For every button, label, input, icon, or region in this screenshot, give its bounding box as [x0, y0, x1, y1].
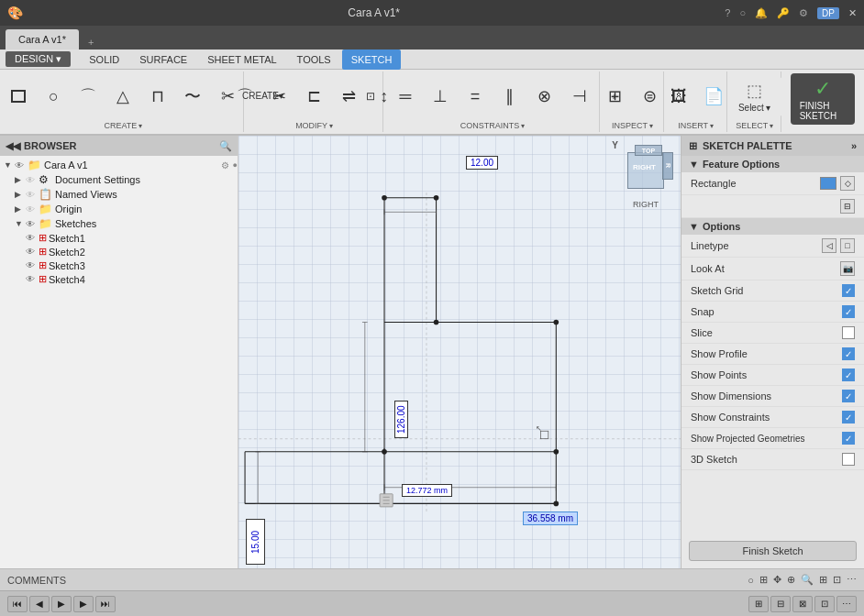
view-btn-2[interactable]: ⊟ — [770, 596, 791, 612]
expand-arrow[interactable]: ▼ — [15, 219, 26, 228]
tab-sheet-metal[interactable]: SHEET METAL — [198, 50, 285, 70]
tree-item-named-views[interactable]: ▶ 👁 📋 Named Views — [0, 187, 238, 202]
status-move-icon[interactable]: ✥ — [773, 574, 781, 586]
show-constraints-checkbox[interactable]: ✓ — [842, 411, 855, 424]
status-scale-icon[interactable]: ⊕ — [787, 574, 795, 586]
show-profile-checkbox[interactable]: ✓ — [842, 347, 855, 360]
visibility-eye[interactable]: 👁 — [26, 190, 39, 200]
settings-gear-icon[interactable]: ⚙ — [221, 160, 229, 170]
nav-last-btn[interactable]: ⏭ — [95, 596, 116, 612]
status-dots-icon[interactable]: ⋯ — [847, 574, 857, 586]
nav-prev-btn[interactable]: ◀ — [29, 596, 50, 612]
expand-arrow[interactable]: ▼ — [4, 160, 15, 170]
arc-tool[interactable]: ⌒ — [72, 76, 105, 116]
visibility-eye[interactable]: 👁 — [26, 219, 39, 229]
fix-constraint[interactable]: ⊗ — [528, 76, 561, 116]
spline-tool[interactable]: 〜 — [176, 76, 209, 116]
collinear-constraint[interactable]: ═ — [389, 76, 422, 116]
rect-option-btn[interactable]: ⊟ — [840, 199, 855, 214]
tree-item-doc-settings[interactable]: ▶ 👁 ⚙ Document Settings — [0, 172, 238, 187]
view-cube[interactable]: TOP R RIGHT RIGHT — [618, 143, 673, 207]
view-btn-5[interactable]: ⋯ — [836, 596, 857, 612]
polygon-tool[interactable]: △ — [106, 76, 139, 116]
design-dropdown[interactable]: DESIGN ▾ — [6, 51, 71, 67]
status-search-icon[interactable]: 🔍 — [801, 574, 814, 586]
visibility-eye[interactable]: 👁 — [26, 260, 39, 270]
nav-play-btn[interactable]: ▶ — [51, 596, 72, 612]
visibility-eye[interactable]: 👁 — [26, 247, 39, 257]
notifications-btn[interactable]: 🔔 — [755, 7, 768, 19]
linetype-btn1[interactable]: ◁ — [822, 238, 836, 253]
view-btn-1[interactable]: ⊞ — [748, 596, 769, 612]
item-options-icon[interactable]: ● — [233, 160, 238, 170]
fillet-tool[interactable]: ⌒ — [228, 76, 261, 116]
measure-tool[interactable]: ⊞ — [599, 76, 632, 116]
insert-image-tool[interactable]: 🖼 — [662, 76, 695, 116]
options-header[interactable]: ▼ Options — [681, 218, 864, 235]
nav-next-btn[interactable]: ▶ — [73, 596, 94, 612]
view-btn-4[interactable]: ⊡ — [814, 596, 835, 612]
expand-arrow[interactable]: ▶ — [15, 204, 26, 214]
visibility-eye[interactable]: 👁 — [26, 274, 39, 284]
visibility-eye[interactable]: 👁 — [15, 160, 28, 170]
tree-item-sketches[interactable]: ▼ 👁 📁 Sketches — [0, 216, 238, 231]
select-button[interactable]: ⬚ Select ▾ — [727, 77, 782, 116]
trim-tool[interactable]: ✂ — [263, 76, 296, 116]
expand-arrow[interactable]: ▶ — [15, 175, 26, 184]
rect-tool[interactable] — [2, 76, 35, 116]
linetype-btn2[interactable]: □ — [840, 238, 855, 253]
snap-checkbox[interactable]: ✓ — [842, 305, 855, 318]
help-btn[interactable]: ? — [725, 7, 730, 18]
coincident-constraint[interactable]: ⊡ — [354, 76, 387, 116]
status-grid-icon[interactable]: ⊞ — [819, 574, 827, 586]
status-nav-icon[interactable]: ⊞ — [759, 574, 768, 586]
rectangle-style-btn[interactable]: ◇ — [840, 176, 855, 191]
tangent-constraint[interactable]: ⊥ — [424, 76, 457, 116]
view-btn-3[interactable]: ⊠ — [792, 596, 813, 612]
tree-item-sketch2[interactable]: 👁 ⊞ Sketch2 — [0, 245, 238, 258]
show-points-checkbox[interactable]: ✓ — [842, 368, 855, 381]
browser-search-icon[interactable]: 🔍 — [219, 140, 232, 152]
finish-sketch-bottom-button[interactable]: Finish Sketch — [689, 541, 857, 561]
tree-item-sketch3[interactable]: 👁 ⊞ Sketch3 — [0, 258, 238, 272]
feature-options-header[interactable]: ▼ Feature Options — [681, 156, 864, 172]
status-view-icon[interactable]: ⊡ — [833, 574, 841, 586]
visibility-eye[interactable]: 👁 — [26, 204, 39, 214]
close-btn[interactable]: ✕ — [848, 7, 857, 19]
canvas[interactable]: ↖ 12.00 126.00 12.772 mm 36.558 mm 15.00… — [238, 136, 681, 568]
slot-tool[interactable]: ⊓ — [141, 76, 174, 116]
expand-arrow[interactable]: ▶ — [15, 190, 26, 199]
new-tab-btn[interactable]: + — [81, 37, 101, 48]
status-circle-icon[interactable]: ○ — [748, 575, 754, 586]
parallel-constraint[interactable]: ∥ — [493, 76, 526, 116]
nav-first-btn[interactable]: ⏮ — [7, 596, 28, 612]
insert-dxf-tool[interactable]: 📄 — [697, 76, 730, 116]
tab-surface[interactable]: SURFACE — [130, 50, 196, 70]
show-dimensions-checkbox[interactable]: ✓ — [842, 390, 855, 402]
show-projected-checkbox[interactable]: ✓ — [842, 432, 855, 445]
settings-btn[interactable]: ⚙ — [799, 7, 808, 19]
key-btn[interactable]: 🔑 — [777, 7, 790, 19]
slice-checkbox[interactable] — [842, 326, 855, 339]
sketch-grid-checkbox[interactable]: ✓ — [842, 284, 855, 297]
circle-tool[interactable]: ○ — [37, 76, 70, 116]
tree-item-sketch1[interactable]: 👁 ⊞ Sketch1 — [0, 231, 238, 245]
browser-collapse-icon[interactable]: ◀◀ — [6, 140, 20, 152]
palette-expand-icon[interactable]: » — [851, 140, 857, 151]
tab-tools[interactable]: TOOLS — [288, 50, 340, 70]
tab-cara-a[interactable]: Cara A v1* — [6, 29, 79, 50]
finish-sketch-button[interactable]: ✓ FINISH SKETCH — [791, 73, 855, 125]
offset-tool[interactable]: ⊏ — [298, 76, 331, 116]
rectangle-color-swatch[interactable] — [820, 177, 836, 190]
lookat-btn[interactable]: 📷 — [840, 261, 855, 276]
visibility-eye[interactable]: 👁 — [26, 175, 39, 185]
account-btn[interactable]: ○ — [739, 7, 746, 18]
tree-item-cara-a[interactable]: ▼ 👁 📁 Cara A v1 ⚙ ● — [0, 158, 238, 172]
tree-item-origin[interactable]: ▶ 👁 📁 Origin — [0, 202, 238, 216]
horiz-constraint[interactable]: ⊣ — [563, 76, 596, 116]
tree-item-sketch4[interactable]: 👁 ⊞ Sketch4 — [0, 272, 238, 286]
3d-sketch-checkbox[interactable] — [842, 453, 855, 466]
visibility-eye[interactable]: 👁 — [26, 233, 39, 243]
tab-solid[interactable]: SOLID — [80, 50, 128, 70]
equal-constraint[interactable]: = — [459, 76, 492, 116]
